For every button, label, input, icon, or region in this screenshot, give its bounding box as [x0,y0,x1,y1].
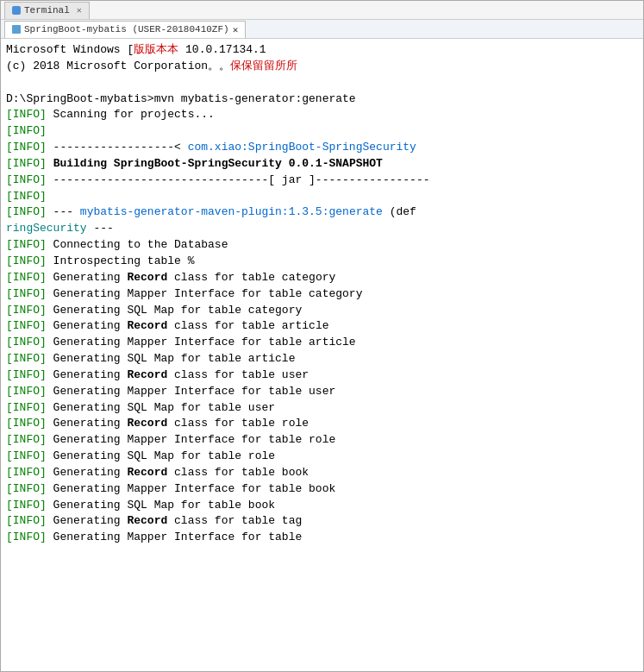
line-6: [INFO] [6,123,638,140]
line-17: [INFO] Generating SQL Map for table cate… [6,303,638,319]
line-11: [INFO] --- mybatis-generator-maven-plugi… [6,204,638,221]
line-8: [INFO] Building SpringBoot-SpringSecurit… [6,156,638,173]
line-5: [INFO] Scanning for projects... [6,107,638,123]
terminal-tab-label: Terminal [24,5,70,16]
line-12: ringSecurity --- [6,221,638,237]
line-9: [INFO] --------------------------------[… [6,173,638,189]
line-18: [INFO] Generating Record class for table… [6,318,638,335]
line-25: [INFO] Generating Mapper Interface for t… [6,432,638,449]
springboot-tab-close[interactable]: ✕ [233,24,239,35]
line-26: [INFO] Generating SQL Map for table role [6,449,638,465]
second-tab-bar: SpringBoot-mybatis (USER-20180410ZF) ✕ [1,20,643,39]
springboot-tab-label: SpringBoot-mybatis (USER-20180410ZF) [24,24,229,35]
line-16: [INFO] Generating Mapper Interface for t… [6,286,638,303]
terminal-body[interactable]: Microsoft Windows [版版本本 10.0.17134.1 (c)… [1,39,643,671]
terminal-tab-close[interactable]: ✕ [77,5,82,16]
line-15: [INFO] Generating Record class for table… [6,270,638,286]
line-27: [INFO] Generating Record class for table… [6,465,638,481]
line-21: [INFO] Generating Record class for table… [6,367,638,384]
springboot-tab[interactable]: SpringBoot-mybatis (USER-20180410ZF) ✕ [4,21,246,38]
line-7: [INFO] ------------------< com.xiao:Spri… [6,140,638,156]
line-10: [INFO] [6,189,638,205]
terminal-tab[interactable]: Terminal ✕ [4,2,90,19]
line-2: (c) 2018 Microsoft Corporation。。保保留留所所 [6,59,638,75]
line-29: [INFO] Generating SQL Map for table book [6,498,638,514]
springboot-tab-icon [12,25,21,34]
line-24: [INFO] Generating Record class for table… [6,416,638,432]
line-28: [INFO] Generating Mapper Interface for t… [6,481,638,498]
top-tab-bar: Terminal ✕ [1,1,643,20]
main-window: Terminal ✕ SpringBoot-mybatis (USER-2018… [0,0,644,672]
line-1: Microsoft Windows [版版本本 10.0.17134.1 [6,42,638,59]
line-14: [INFO] Introspecting table % [6,254,638,270]
terminal-tab-icon [12,6,21,15]
line-3 [6,75,638,91]
line-13: [INFO] Connecting to the Database [6,237,638,254]
line-23: [INFO] Generating SQL Map for table user [6,400,638,417]
line-30: [INFO] Generating Record class for table… [6,513,638,530]
line-4: D:\SpringBoot-mybatis>mvn mybatis-genera… [6,91,638,108]
line-22: [INFO] Generating Mapper Interface for t… [6,384,638,400]
line-31: [INFO] Generating Mapper Interface for t… [6,530,638,546]
line-19: [INFO] Generating Mapper Interface for t… [6,335,638,351]
line-20: [INFO] Generating SQL Map for table arti… [6,351,638,367]
